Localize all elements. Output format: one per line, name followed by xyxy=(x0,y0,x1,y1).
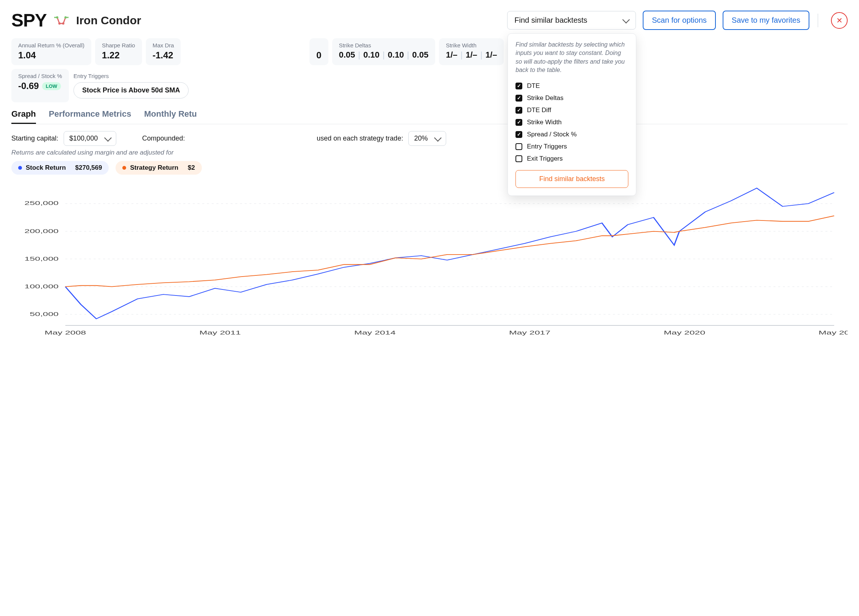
select-value: 20% xyxy=(414,134,428,142)
checkbox-label: Spread / Stock % xyxy=(527,131,576,138)
legend-name: Stock Return xyxy=(26,164,66,172)
checkbox-icon xyxy=(515,83,522,89)
stat-label: Strike Deltas xyxy=(339,42,428,48)
tab-performance-metrics[interactable]: Performance Metrics xyxy=(49,109,131,124)
svg-text:May 2023: May 2023 xyxy=(818,330,848,336)
filter-checkbox-dte[interactable]: DTE xyxy=(515,80,628,92)
chevron-down-icon xyxy=(104,134,112,142)
checkbox-label: Entry Triggers xyxy=(527,143,567,150)
svg-text:100,000: 100,000 xyxy=(25,283,59,289)
trigger-pill: Stock Price is Above 50d SMA xyxy=(73,82,189,98)
chevron-down-icon xyxy=(622,16,630,23)
pct-used-select[interactable]: 20% xyxy=(408,131,446,146)
svg-text:May 2017: May 2017 xyxy=(509,330,550,336)
legend-stock-return: Stock Return $270,569 xyxy=(11,161,109,175)
checkbox-icon xyxy=(515,119,522,126)
stat-label: Annual Return % (Overall) xyxy=(18,42,84,48)
svg-text:50,000: 50,000 xyxy=(30,311,58,317)
stat-value: -1.42 xyxy=(153,50,174,61)
legend-name: Strategy Return xyxy=(130,164,178,172)
filter-checkbox-strike-width[interactable]: Strike Width xyxy=(515,116,628,128)
svg-text:May 2014: May 2014 xyxy=(354,330,395,336)
chevron-down-icon xyxy=(434,134,442,142)
legend-value: $2 xyxy=(188,164,195,172)
close-icon: ✕ xyxy=(836,16,843,25)
stat-sharpe: Sharpe Ratio 1.22 xyxy=(95,38,142,65)
stat-label: Sharpe Ratio xyxy=(102,42,135,48)
ticker-symbol: SPY xyxy=(11,10,47,31)
filter-checkbox-exit-triggers[interactable]: Exit Triggers xyxy=(515,153,628,165)
stat-hidden: 0 xyxy=(309,38,328,65)
find-similar-submit-button[interactable]: Find similar backtests xyxy=(515,170,628,188)
strategy-name: Iron Condor xyxy=(76,14,141,27)
stat-label: Strike Width xyxy=(446,42,497,48)
svg-text:250,000: 250,000 xyxy=(25,200,59,206)
filter-checkbox-dte-diff[interactable]: DTE Diff xyxy=(515,104,628,116)
svg-point-6 xyxy=(58,22,61,25)
checkbox-icon xyxy=(515,95,522,102)
checkbox-icon xyxy=(515,107,522,114)
checkbox-icon xyxy=(515,155,522,162)
svg-text:200,000: 200,000 xyxy=(25,228,59,234)
returns-footnote: Returns are calculated using margin and … xyxy=(11,149,848,156)
stat-entry-triggers: Entry Triggers Stock Price is Above 50d … xyxy=(73,69,189,102)
dot-icon xyxy=(18,166,22,170)
stat-value: 1/–|1/–|1/– xyxy=(446,50,497,60)
stat-max-drawdown: Max Dra -1.42 xyxy=(146,38,181,65)
dot-icon xyxy=(122,166,126,170)
stat-annual-return: Annual Return % (Overall) 1.04 xyxy=(11,38,91,65)
svg-point-8 xyxy=(64,16,67,19)
checkbox-label: Strike Width xyxy=(527,119,562,126)
stat-label: Max Dra xyxy=(153,42,174,48)
stat-strike-width: Strike Width 1/–|1/–|1/– xyxy=(439,38,504,65)
find-similar-dropdown[interactable]: Find similar backtests Find similar back… xyxy=(507,11,636,30)
returns-chart: 50,000100,000150,000200,000250,000May 20… xyxy=(11,178,848,337)
checkbox-label: DTE xyxy=(527,82,540,90)
checkbox-icon xyxy=(515,131,522,138)
tab-graph[interactable]: Graph xyxy=(11,109,36,124)
svg-text:May 2011: May 2011 xyxy=(199,330,241,336)
low-badge: LOW xyxy=(42,82,61,90)
find-similar-panel: Find similar backtests by selecting whic… xyxy=(508,33,636,196)
compounded-label: Compounded: xyxy=(142,134,185,142)
checkbox-label: Strike Deltas xyxy=(527,94,563,102)
filter-checkbox-spread-stock-[interactable]: Spread / Stock % xyxy=(515,128,628,141)
starting-capital-label: Starting capital: xyxy=(11,134,58,142)
svg-text:May 2008: May 2008 xyxy=(45,330,86,336)
pct-used-label: used on each strategy trade: xyxy=(317,134,403,142)
save-to-favorites-button[interactable]: Save to my favorites xyxy=(723,11,809,30)
iron-condor-icon xyxy=(53,15,69,26)
checkbox-label: DTE Diff xyxy=(527,106,551,114)
checkbox-icon xyxy=(515,143,522,150)
stat-label xyxy=(316,42,321,48)
stat-strike-deltas: Strike Deltas 0.05|0.10|0.10|0.05 xyxy=(332,38,435,65)
stat-value: 0 xyxy=(316,50,321,61)
svg-text:150,000: 150,000 xyxy=(25,256,59,261)
svg-text:May 2020: May 2020 xyxy=(664,330,705,336)
svg-point-5 xyxy=(56,16,58,19)
tab-monthly-returns[interactable]: Monthly Retu xyxy=(144,109,197,124)
stat-label: Entry Triggers xyxy=(73,73,189,79)
close-button[interactable]: ✕ xyxy=(831,12,848,29)
filter-checkbox-strike-deltas[interactable]: Strike Deltas xyxy=(515,92,628,104)
svg-point-7 xyxy=(62,22,64,25)
stat-value: 1.04 xyxy=(18,50,84,61)
stat-spread-stock: Spread / Stock % -0.69 LOW xyxy=(11,69,69,102)
checkbox-label: Exit Triggers xyxy=(527,155,562,163)
select-value: $100,000 xyxy=(69,134,98,142)
legend-strategy-return: Strategy Return $2 xyxy=(116,161,201,175)
starting-capital-select[interactable]: $100,000 xyxy=(64,131,116,146)
stat-value: 0.05|0.10|0.10|0.05 xyxy=(339,50,428,60)
find-similar-label: Find similar backtests xyxy=(514,16,587,25)
panel-description: Find similar backtests by selecting whic… xyxy=(515,41,628,75)
stat-label: Spread / Stock % xyxy=(18,73,62,79)
scan-for-options-button[interactable]: Scan for options xyxy=(643,11,716,30)
filter-checkbox-entry-triggers[interactable]: Entry Triggers xyxy=(515,141,628,153)
legend-value: $270,569 xyxy=(75,164,102,172)
stat-value: -0.69 xyxy=(18,81,39,91)
divider xyxy=(818,14,818,27)
stat-value: 1.22 xyxy=(102,50,135,61)
